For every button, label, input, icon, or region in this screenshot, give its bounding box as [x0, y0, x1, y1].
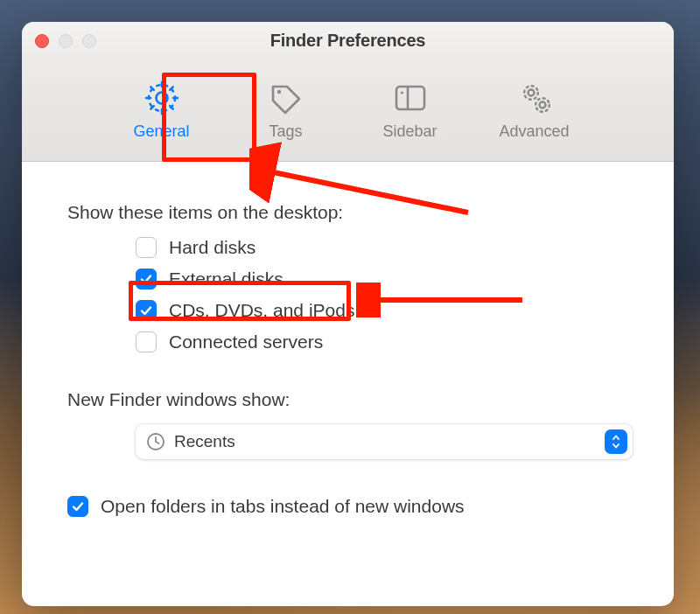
preferences-toolbar: General Tags Sidebar	[22, 59, 674, 162]
tab-label: Sidebar	[382, 122, 437, 141]
tab-label: Tags	[269, 122, 302, 141]
checkbox-label: CDs, DVDs, and iPods	[169, 300, 354, 321]
checkbox-box	[67, 496, 88, 517]
general-pane: Show these items on the desktop: Hard di…	[22, 162, 674, 534]
checkbox-external-disks[interactable]: External disks	[136, 269, 640, 290]
checkbox-box	[136, 300, 157, 321]
gear-icon	[143, 79, 181, 117]
tab-sidebar[interactable]: Sidebar	[362, 73, 458, 146]
new-windows-label: New Finder windows show:	[67, 389, 640, 410]
show-desktop-label: Show these items on the desktop:	[67, 202, 640, 223]
dropdown-value: Recents	[174, 432, 596, 451]
new-windows-dropdown[interactable]: Recents	[136, 424, 633, 459]
svg-point-9	[536, 98, 550, 112]
traffic-lights	[35, 34, 96, 48]
svg-point-6	[528, 90, 534, 96]
sidebar-icon	[391, 79, 430, 117]
checkbox-hard-disks[interactable]: Hard disks	[136, 237, 640, 258]
updown-icon	[605, 429, 627, 454]
tab-advanced[interactable]: Advanced	[486, 73, 583, 146]
titlebar: Finder Preferences	[22, 22, 674, 59]
checkbox-connected-servers[interactable]: Connected servers	[136, 331, 640, 352]
checkbox-label: Connected servers	[169, 331, 323, 352]
finder-preferences-window: Finder Preferences General Tags	[22, 22, 674, 606]
tab-general[interactable]: General	[114, 73, 210, 146]
tab-tags[interactable]: Tags	[238, 73, 334, 146]
svg-rect-3	[396, 87, 424, 109]
tag-icon	[267, 79, 305, 117]
checkbox-label: Open folders in tabs instead of new wind…	[101, 496, 465, 517]
zoom-button[interactable]	[82, 34, 96, 48]
svg-point-8	[539, 102, 545, 108]
tab-label: Advanced	[499, 122, 569, 141]
checkbox-label: Hard disks	[169, 237, 256, 258]
new-windows-section: New Finder windows show: Recents	[67, 389, 640, 459]
window-title: Finder Preferences	[270, 31, 426, 51]
desktop-items-list: Hard disks External disks CDs, DVDs, and…	[136, 237, 640, 352]
gears-icon	[515, 79, 554, 117]
svg-point-7	[524, 86, 538, 100]
checkbox-open-in-tabs[interactable]: Open folders in tabs instead of new wind…	[67, 496, 640, 517]
checkbox-label: External disks	[169, 269, 284, 290]
tab-label: General	[133, 122, 189, 141]
checkbox-box	[136, 237, 157, 258]
checkbox-box	[136, 331, 157, 352]
minimize-button[interactable]	[59, 34, 73, 48]
svg-point-5	[400, 91, 402, 94]
svg-point-0	[156, 93, 167, 104]
checkbox-box	[136, 269, 157, 290]
close-button[interactable]	[35, 34, 49, 48]
recents-icon	[146, 432, 165, 451]
svg-point-2	[276, 90, 280, 94]
checkbox-cds-dvds-ipods[interactable]: CDs, DVDs, and iPods	[136, 300, 640, 321]
